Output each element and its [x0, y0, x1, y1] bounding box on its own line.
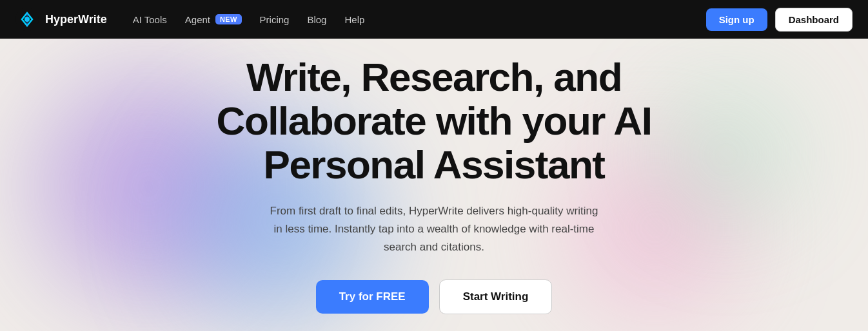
hero-section: Write, Research, and Collaborate with yo… — [0, 39, 868, 331]
nav-agent-wrapper: Agent NEW — [185, 14, 242, 25]
navbar: HyperWrite AI Tools Agent NEW Pricing Bl… — [0, 0, 868, 39]
brand-name: HyperWrite — [45, 13, 107, 26]
dashboard-button[interactable]: Dashboard — [775, 8, 853, 32]
nav-pricing[interactable]: Pricing — [260, 14, 290, 25]
try-free-button[interactable]: Try for FREE — [316, 280, 429, 314]
hero-subtitle: From first draft to final edits, HyperWr… — [266, 202, 602, 256]
nav-blog[interactable]: Blog — [307, 14, 326, 25]
blob-green — [662, 90, 791, 219]
hero-title-line1: Write, Research, and — [246, 55, 622, 99]
signup-button[interactable]: Sign up — [706, 8, 767, 31]
hero-content: Write, Research, and Collaborate with yo… — [217, 55, 652, 315]
nav-agent[interactable]: Agent — [185, 14, 210, 25]
start-writing-button[interactable]: Start Writing — [439, 279, 553, 314]
hero-title-line2: Collaborate with your AI — [217, 99, 652, 143]
nav-help[interactable]: Help — [344, 14, 364, 25]
nav-ai-tools[interactable]: AI Tools — [133, 14, 167, 25]
logo[interactable]: HyperWrite — [15, 8, 107, 31]
hero-title-line3: Personal Assistant — [264, 142, 605, 187]
hero-title: Write, Research, and Collaborate with yo… — [217, 55, 652, 187]
hyperwrite-logo-icon — [15, 8, 39, 31]
new-badge: NEW — [215, 14, 242, 24]
nav-actions: Sign up Dashboard — [706, 8, 853, 32]
nav-links: AI Tools Agent NEW Pricing Blog Help — [133, 14, 686, 25]
hero-buttons: Try for FREE Start Writing — [217, 279, 652, 314]
